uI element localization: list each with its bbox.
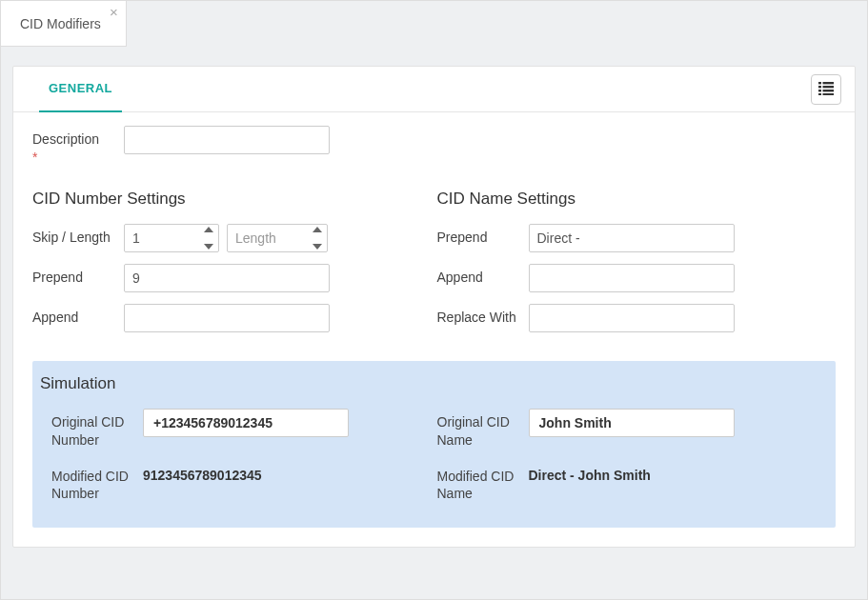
settings-row: CID Number Settings Skip / Length bbox=[32, 178, 836, 344]
mod-name-value: Direct - John Smith bbox=[529, 463, 651, 483]
inner-tabs: GENERAL bbox=[13, 67, 855, 112]
page-root: CID Modifiers × GENERAL bbox=[0, 0, 868, 600]
svg-marker-10 bbox=[313, 227, 322, 232]
mod-name-field: Modified CID Name Direct - John Smith bbox=[437, 463, 789, 504]
simulation-section: Simulation Original CID Number Modified … bbox=[32, 361, 836, 529]
tab-general-label: GENERAL bbox=[49, 81, 112, 95]
spinner-icon[interactable] bbox=[204, 227, 215, 250]
close-icon[interactable]: × bbox=[110, 5, 118, 19]
tab-label: CID Modifiers bbox=[20, 16, 101, 31]
num-prepend-field: Prepend bbox=[32, 264, 403, 292]
num-prepend-input[interactable] bbox=[124, 264, 330, 292]
list-icon bbox=[818, 82, 834, 98]
name-prepend-input[interactable] bbox=[529, 224, 735, 252]
orig-name-input[interactable] bbox=[529, 409, 735, 437]
tab-general[interactable]: GENERAL bbox=[39, 67, 122, 112]
num-append-input[interactable] bbox=[124, 304, 330, 332]
description-field: Description * bbox=[32, 126, 836, 167]
name-replace-input[interactable] bbox=[529, 304, 735, 332]
tab-bar: CID Modifiers × bbox=[1, 1, 867, 47]
svg-marker-9 bbox=[204, 244, 213, 250]
mod-num-value: 9123456789012345 bbox=[143, 463, 262, 483]
orig-name-label: Original CID Name bbox=[437, 409, 529, 450]
orig-num-field: Original CID Number bbox=[51, 409, 403, 450]
svg-marker-11 bbox=[313, 244, 322, 250]
name-prepend-field: Prepend bbox=[437, 224, 808, 252]
panel: GENERAL bbox=[12, 66, 856, 548]
skip-length-field: Skip / Length Len bbox=[32, 224, 403, 252]
svg-rect-4 bbox=[818, 90, 821, 91]
name-replace-field: Replace With bbox=[437, 304, 808, 332]
orig-num-label: Original CID Number bbox=[51, 409, 143, 450]
svg-marker-8 bbox=[204, 227, 213, 232]
panel-wrap: GENERAL bbox=[1, 47, 867, 567]
skip-length-label: Skip / Length bbox=[32, 224, 124, 247]
cid-number-heading: CID Number Settings bbox=[32, 190, 403, 209]
mod-num-label: Modified CID Number bbox=[51, 463, 143, 504]
svg-rect-5 bbox=[823, 90, 835, 91]
name-append-input[interactable] bbox=[529, 264, 735, 292]
length-select[interactable]: Length bbox=[227, 224, 328, 252]
skip-value[interactable] bbox=[132, 230, 201, 246]
mod-name-label: Modified CID Name bbox=[437, 463, 529, 504]
description-label-text: Description bbox=[32, 131, 99, 147]
name-prepend-label: Prepend bbox=[437, 224, 529, 247]
spinner-icon[interactable] bbox=[313, 227, 324, 250]
cid-name-heading: CID Name Settings bbox=[437, 190, 808, 209]
skip-input[interactable] bbox=[124, 224, 219, 252]
form-body: Description * CID Number Settings Skip /… bbox=[13, 112, 855, 547]
required-asterisk: * bbox=[32, 149, 124, 167]
svg-rect-6 bbox=[818, 93, 821, 95]
list-toggle-button[interactable] bbox=[811, 74, 841, 105]
description-label: Description * bbox=[32, 126, 124, 167]
svg-rect-2 bbox=[818, 86, 821, 88]
orig-name-field: Original CID Name bbox=[437, 409, 789, 450]
tab-cid-modifiers[interactable]: CID Modifiers × bbox=[1, 1, 127, 47]
length-placeholder: Length bbox=[235, 230, 276, 246]
mod-num-field: Modified CID Number 9123456789012345 bbox=[51, 463, 403, 504]
orig-num-input[interactable] bbox=[143, 409, 349, 437]
svg-rect-7 bbox=[823, 93, 835, 95]
svg-rect-1 bbox=[823, 82, 835, 84]
description-input[interactable] bbox=[124, 126, 330, 154]
name-replace-label: Replace With bbox=[437, 304, 529, 327]
num-append-field: Append bbox=[32, 304, 403, 332]
svg-rect-0 bbox=[818, 82, 821, 84]
cid-name-settings: CID Name Settings Prepend Append bbox=[432, 178, 837, 344]
svg-rect-3 bbox=[823, 86, 835, 88]
cid-number-settings: CID Number Settings Skip / Length bbox=[32, 178, 432, 344]
num-append-label: Append bbox=[32, 304, 124, 327]
simulation-heading: Simulation bbox=[32, 361, 836, 409]
name-append-field: Append bbox=[437, 264, 808, 292]
name-append-label: Append bbox=[437, 264, 529, 287]
num-prepend-label: Prepend bbox=[32, 264, 124, 287]
